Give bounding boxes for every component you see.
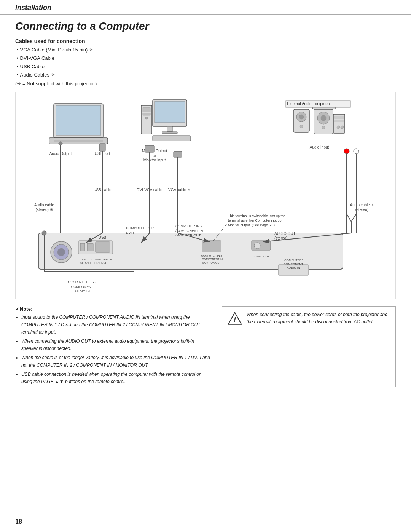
- svg-rect-64: [87, 243, 93, 251]
- note-item-2: When connecting the AUDIO OUT to externa…: [21, 338, 210, 352]
- connection-diagram: External Audio Equipment Audio Output US…: [16, 92, 396, 298]
- svg-rect-24: [334, 120, 344, 122]
- svg-text:COMPONENT: COMPONENT: [284, 262, 303, 266]
- svg-point-52: [354, 149, 359, 154]
- warning-text: When connecting the cable, the power cor…: [247, 311, 390, 325]
- svg-rect-10: [143, 113, 150, 115]
- svg-rect-39: [145, 145, 154, 152]
- svg-text:C O M P U T E R /: C O M P U T E R /: [68, 280, 96, 284]
- cables-section: Cables used for connection VGA Cable (Mi…: [15, 38, 396, 86]
- page-container: Installation Connecting to a Computer Ca…: [0, 0, 411, 532]
- svg-text:Monitor output.  (See Page 50.: Monitor output. (See Page 50.): [228, 223, 275, 227]
- svg-point-16: [300, 125, 303, 128]
- note-item-1: Input sound to the COMPUTER / COMPONENT …: [21, 314, 210, 336]
- main-content: Connecting to a Computer Cables used for…: [0, 16, 411, 395]
- svg-text:SERVICE PORT: SERVICE PORT: [80, 262, 100, 264]
- cable-item-2: DVI-VGA Cable: [17, 54, 396, 62]
- note-item-4: USB cable connection is needed when oper…: [21, 371, 210, 385]
- page-number: 18: [15, 518, 22, 525]
- svg-rect-1: [56, 105, 101, 135]
- svg-text:/MONITOR OUT: /MONITOR OUT: [175, 233, 201, 237]
- svg-rect-6: [167, 126, 172, 132]
- note-label: Note:: [15, 306, 210, 312]
- svg-line-54: [347, 214, 351, 222]
- page-heading: Connecting to a Computer: [15, 20, 396, 35]
- svg-rect-37: [99, 144, 105, 151]
- svg-text:COMPONENT: COMPONENT: [71, 285, 94, 289]
- svg-text:!: !: [234, 316, 236, 324]
- notes-left: Note: Input sound to the COMPUTER / COMP…: [15, 306, 210, 387]
- svg-text:COMPUTER IN 2: COMPUTER IN 2: [201, 254, 222, 257]
- svg-point-25: [337, 126, 340, 129]
- svg-point-51: [344, 149, 349, 154]
- svg-point-11: [145, 117, 148, 119]
- svg-rect-62: [80, 243, 85, 251]
- svg-text:VGA cable ✳: VGA cable ✳: [168, 188, 190, 192]
- note-item-3: When the cable is of the longer variety,…: [21, 354, 210, 369]
- desktop-tower-icon: [141, 100, 191, 141]
- svg-text:(stereo): (stereo): [355, 208, 368, 212]
- svg-text:/ COMPONENT IN: / COMPONENT IN: [201, 258, 223, 260]
- svg-rect-9: [143, 107, 150, 112]
- svg-text:COMPUTER IN 1/: COMPUTER IN 1/: [126, 226, 154, 230]
- svg-text:COMPUTER IN 2: COMPUTER IN 2: [175, 224, 202, 228]
- svg-rect-70: [202, 241, 221, 252]
- svg-text:Audio Input: Audio Input: [310, 145, 329, 149]
- header-bar: Installation: [0, 0, 411, 15]
- diagram-area: External Audio Equipment Audio Output US…: [15, 92, 396, 299]
- header-title: Installation: [15, 4, 51, 11]
- svg-point-85: [42, 231, 46, 235]
- svg-text:or: or: [153, 153, 157, 158]
- warning-icon: !: [228, 311, 242, 326]
- laptop-icon: [49, 104, 108, 144]
- svg-rect-5: [155, 101, 185, 123]
- svg-text:AUDIO IN: AUDIO IN: [75, 289, 90, 293]
- cable-item-4: Audio Cables ✳: [17, 71, 396, 79]
- notes-right: ! When connecting the cable, the power c…: [222, 306, 396, 387]
- cable-item-1: VGA Cable (Mini D-sub 15 pin) ✳: [17, 46, 396, 54]
- cables-list: VGA Cable (Mini D-sub 15 pin) ✳ DVI-VGA …: [15, 46, 396, 79]
- svg-text:DVI-I: DVI-I: [99, 261, 106, 265]
- svg-rect-23: [334, 116, 344, 119]
- speakers-icon: [293, 104, 345, 134]
- cables-title: Cables used for connection: [15, 38, 396, 44]
- svg-text:DVI-VGA cable: DVI-VGA cable: [137, 188, 162, 192]
- svg-rect-12: [153, 136, 191, 141]
- note-items: Input sound to the COMPUTER / COMPONENT …: [15, 314, 210, 385]
- svg-text:USB: USB: [80, 258, 86, 261]
- svg-text:(stereo) ✳: (stereo) ✳: [35, 208, 53, 212]
- svg-text:COMPUTER IN 1: COMPUTER IN 1: [92, 258, 114, 261]
- svg-text:COMPUTER/: COMPUTER/: [284, 259, 303, 262]
- cables-note: (✳ = Not supplied with this projector.): [15, 81, 396, 86]
- svg-point-60: [57, 248, 65, 256]
- svg-text:AUDIO IN: AUDIO IN: [287, 266, 300, 270]
- svg-rect-7: [162, 132, 177, 134]
- svg-rect-41: [174, 151, 182, 157]
- svg-text:This terminal is switchable. S: This terminal is switchable. Set up the: [228, 214, 285, 218]
- svg-text:AUDIO OUT: AUDIO OUT: [253, 255, 270, 258]
- svg-point-76: [254, 243, 260, 249]
- svg-point-20: [322, 126, 325, 129]
- notes-section: Note: Input sound to the COMPUTER / COMP…: [15, 306, 396, 387]
- svg-point-15: [299, 115, 304, 119]
- svg-text:USB cable: USB cable: [93, 188, 112, 192]
- svg-text:terminal as either Computer in: terminal as either Computer input or: [228, 219, 283, 222]
- svg-text:Monitor Input: Monitor Input: [143, 158, 166, 162]
- svg-point-35: [59, 142, 62, 145]
- svg-text:DVI-I: DVI-I: [126, 231, 134, 235]
- svg-line-55: [351, 214, 356, 222]
- svg-text:External Audio Equipment: External Audio Equipment: [287, 102, 331, 106]
- cable-item-3: USB Cable: [17, 62, 396, 71]
- svg-text:Audio cable ✳: Audio cable ✳: [350, 203, 374, 207]
- svg-text:AUDIO OUT: AUDIO OUT: [274, 232, 296, 236]
- svg-point-19: [321, 115, 326, 121]
- svg-text:/COMPONENT IN: /COMPONENT IN: [175, 229, 203, 233]
- svg-text:Audio cable: Audio cable: [34, 203, 54, 207]
- svg-text:MONITOR OUT: MONITOR OUT: [202, 261, 221, 264]
- svg-point-26: [341, 126, 344, 129]
- svg-rect-66: [96, 242, 110, 252]
- svg-text:USB: USB: [99, 235, 107, 240]
